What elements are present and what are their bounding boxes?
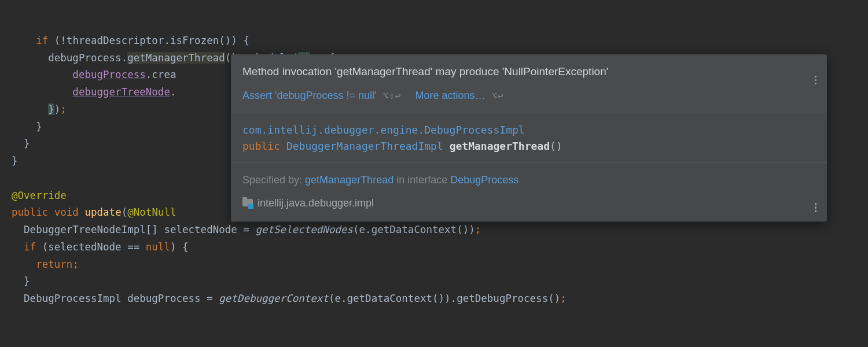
code-line: }); [12,104,67,115]
more-options-icon[interactable] [815,64,817,84]
popup-specification-section: Specified by: getManagerThread in interf… [231,163,827,222]
code-line: } [12,275,30,287]
code-line: return; [12,259,79,270]
inspection-message: Method invocation 'getManagerThread' may… [242,62,815,81]
popup-warning-section: Method invocation 'getManagerThread' may… [231,54,827,113]
code-line: @Override [12,190,67,201]
more-options-icon[interactable] [815,191,817,212]
symbol-link[interactable]: debuggerTreeNode [72,86,170,98]
specified-by-label: Specified by: [242,174,305,186]
code-line: if (!threadDescriptor.isFrozen()) { [12,35,249,46]
module-icon [242,199,253,208]
specified-by-method-link[interactable]: getManagerThread [305,174,393,186]
inspection-popup: Method invocation 'getManagerThread' may… [231,54,827,222]
method-signature-name: getManagerThread [450,140,550,152]
code-line: } [12,155,18,167]
class-fqn[interactable]: com.intellij.debugger.engine.DebugProces… [242,124,525,136]
highlighted-method[interactable]: getManagerThread [127,52,225,64]
code-line: } [12,138,30,149]
more-actions-link[interactable]: More actions… [415,90,485,101]
specified-by-interface-link[interactable]: DebugProcess [450,174,518,186]
keyword-if: if [36,35,48,46]
quickfix-row: Assert 'debugProcess != null' ⌥⇧↩ More a… [242,87,815,105]
code-line [12,172,18,184]
code-line: public void update(@NotNull [12,206,176,218]
code-line: if (selectedNode == null) { [12,241,189,253]
code-line: DebuggerTreeNodeImpl[] selectedNode = ge… [12,224,481,235]
quickfix-assert[interactable]: Assert 'debugProcess != null' [242,90,377,101]
annotation: @Override [12,190,67,201]
shortcut-hint: ⌥⇧↩ [383,90,402,101]
popup-signature-section: com.intellij.debugger.engine.DebugProces… [231,113,827,163]
return-type-link[interactable]: DebuggerManagerThreadImpl [286,140,443,152]
shortcut-hint: ⌥↩ [491,90,503,101]
code-line: } [12,121,42,132]
code-line: DebugProcessImpl debugProcess = getDebug… [12,293,567,304]
method-name: update [84,206,121,218]
module-row: intellij.java.debugger.impl [242,194,815,212]
code-line: debuggerTreeNode. [12,86,176,98]
symbol-link[interactable]: debugProcess [72,69,145,80]
module-name[interactable]: intellij.java.debugger.impl [258,194,374,212]
code-line: debugProcess.crea [12,69,176,80]
